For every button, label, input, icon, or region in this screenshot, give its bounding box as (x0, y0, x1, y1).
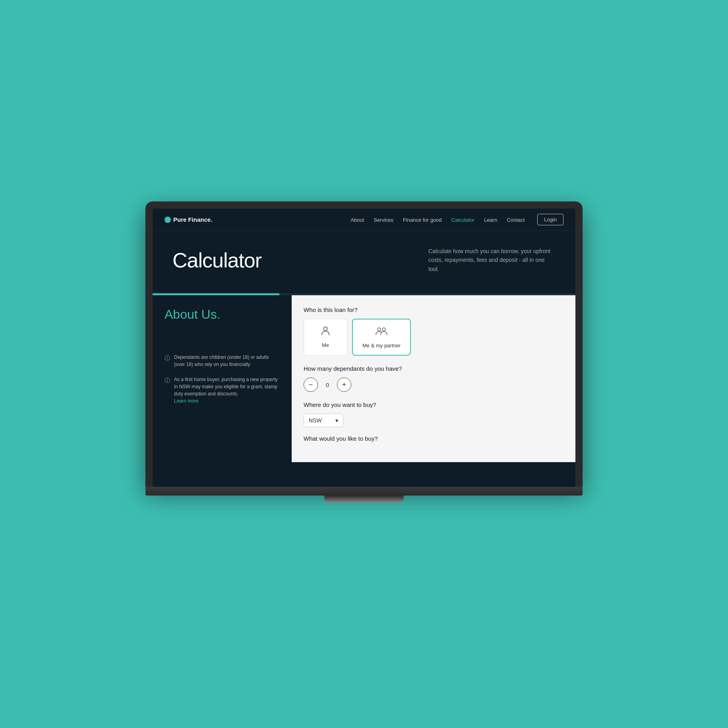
dependants-input[interactable] (318, 381, 337, 388)
nav-link-calculator[interactable]: Calculator (451, 217, 475, 223)
nav-link-finance-for-good[interactable]: Finance for good (403, 217, 442, 223)
nav-link-contact[interactable]: Contact (507, 217, 525, 223)
nav-login-button[interactable]: Login (534, 214, 563, 225)
loan-option-partner-label: Me & my partner (362, 343, 401, 349)
progress-bar-fill (153, 293, 279, 295)
dependants-question: How many dependants do you have? (304, 365, 563, 372)
screen-bezel: Pure Finance. About Services Finance for… (145, 201, 583, 487)
info-text-dependants: Dependants are children (under 18) or ad… (174, 354, 280, 368)
hero-section: Calculator Calculate how much you can bo… (153, 231, 575, 293)
nav-link-learn[interactable]: Learn (484, 217, 497, 223)
decrement-button[interactable]: − (304, 378, 318, 392)
person-icon (320, 325, 331, 339)
nav-item-calculator[interactable]: Calculator (451, 216, 475, 223)
sidebar-title-dot: . (217, 307, 221, 321)
laptop-base (145, 487, 583, 496)
svg-point-2 (382, 328, 385, 331)
sidebar: About Us. ⓘ Dependants are children (und… (153, 295, 292, 462)
state-value: NSW (309, 417, 322, 424)
nav-item-finance-for-good[interactable]: Finance for good (403, 216, 442, 223)
increment-button[interactable]: + (337, 378, 351, 392)
nav-item-about[interactable]: About (350, 216, 364, 223)
nav-item-contact[interactable]: Contact (507, 216, 525, 223)
loan-option-partner[interactable]: Me & my partner (352, 319, 411, 356)
info-item-dependants: ⓘ Dependants are children (under 18) or … (165, 354, 280, 368)
info-icon-dependants: ⓘ (165, 354, 170, 362)
people-icon (375, 326, 388, 339)
nav-link-services[interactable]: Services (374, 217, 393, 223)
loan-question: Who is this loan for? (304, 306, 563, 313)
sidebar-title: About Us. (165, 307, 280, 322)
form-panel: Who is this loan for? Me (292, 295, 575, 462)
logo-dot-icon (165, 217, 171, 223)
sidebar-title-text: About Us (165, 307, 217, 321)
svg-point-0 (323, 327, 327, 331)
chevron-down-icon: ▾ (335, 417, 338, 424)
info-item-first-home: ⓘ As a first home buyer, purchasing a ne… (165, 376, 280, 405)
logo-text: Pure Finance. (173, 216, 212, 223)
loan-options: Me (304, 319, 563, 356)
progress-bar-container (153, 293, 575, 295)
nav-item-learn[interactable]: Learn (484, 216, 497, 223)
logo: Pure Finance. (165, 216, 212, 223)
dependants-stepper: − + (304, 378, 563, 392)
page-title: Calculator (172, 248, 261, 272)
info-text-first-home: As a first home buyer, purchasing a new … (174, 376, 280, 405)
nav-link-about[interactable]: About (350, 217, 364, 223)
navbar: Pure Finance. About Services Finance for… (153, 209, 575, 231)
dependants-section: How many dependants do you have? − + (304, 365, 563, 392)
loan-option-me-label: Me (322, 342, 329, 348)
nav-item-services[interactable]: Services (374, 216, 393, 223)
loan-option-me[interactable]: Me (304, 319, 347, 356)
buy-section: Where do you want to buy? NSW ▾ (304, 401, 563, 427)
info-text-first-home-text: As a first home buyer, purchasing a new … (174, 377, 278, 397)
laptop-wrapper: Pure Finance. About Services Finance for… (145, 201, 583, 503)
what-buy-question: What would you like to buy? (304, 435, 563, 442)
svg-point-1 (378, 328, 381, 331)
nav-links: About Services Finance for good Calculat… (350, 214, 563, 225)
loan-for-section: Who is this loan for? Me (304, 306, 563, 356)
laptop-stand (324, 496, 404, 503)
screen: Pure Finance. About Services Finance for… (153, 209, 575, 487)
what-buy-section: What would you like to buy? (304, 435, 563, 442)
learn-more-link[interactable]: Learn more (174, 398, 198, 404)
hero-description: Calculate how much you can borrow, your … (428, 247, 556, 273)
content-area: About Us. ⓘ Dependants are children (und… (153, 295, 575, 462)
info-icon-first-home: ⓘ (165, 376, 170, 385)
buy-question: Where do you want to buy? (304, 401, 563, 408)
state-select[interactable]: NSW ▾ (304, 414, 343, 427)
login-button[interactable]: Login (537, 214, 563, 225)
